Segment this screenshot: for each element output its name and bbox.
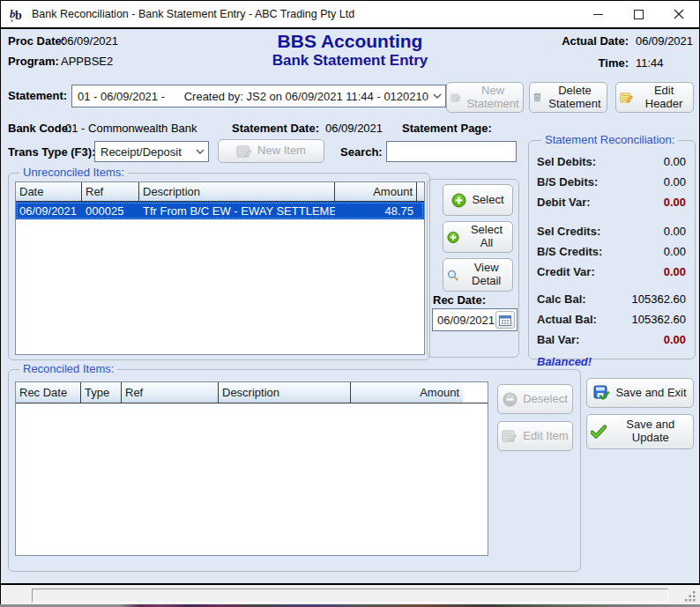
sel-debits-row: Sel Debits: 0.00 <box>529 152 695 172</box>
calc-bal-value: 105362.60 <box>632 292 686 306</box>
debit-var-label: Debit Var: <box>537 196 591 209</box>
rec-date-label: Rec Date: <box>433 293 486 307</box>
rec-date-field[interactable]: 06/09/2021 <box>432 308 518 331</box>
statement-reconciliation-title: Statement Reconciliation: <box>541 133 678 146</box>
column-header-filler <box>417 182 424 201</box>
sel-credits-row: Sel Credits: 0.00 <box>529 221 695 241</box>
select-button[interactable]: Select <box>443 184 513 216</box>
trans-type-combobox[interactable]: Receipt/Deposit <box>94 141 209 162</box>
calc-bal-row: Calc Bal: 105362.60 <box>529 289 695 309</box>
reconciled-items-title: Reconciled Items: <box>19 362 117 375</box>
actual-date-label: Actual Date: <box>530 34 629 48</box>
sel-debits-label: Sel Debits: <box>537 155 596 168</box>
unreconciled-items-title: Unreconciled Items: <box>19 166 128 179</box>
plus-circle-icon <box>447 231 459 244</box>
credit-var-row: Credit Var: 0.00 <box>529 262 695 282</box>
unreconciled-items-table: Date Ref Description Amount 06/09/2021 0… <box>15 181 425 355</box>
delete-statement-label: Delete Statement <box>547 85 603 110</box>
column-header-description[interactable]: Description <box>219 382 351 403</box>
new-statement-button[interactable]: New Statement <box>446 82 524 113</box>
credit-var-label: Credit Var: <box>537 265 595 278</box>
edit-header-label: Edit Header <box>638 85 689 110</box>
cell-ref: 000025 <box>82 204 139 218</box>
calendar-icon <box>499 315 511 326</box>
actual-bal-label: Actual Bal: <box>537 313 597 326</box>
actual-bal-row: Actual Bal: 105362.60 <box>529 309 695 329</box>
svg-text:b: b <box>15 9 22 22</box>
actual-date-value: 06/09/2021 <box>636 34 693 48</box>
bal-var-label: Bal Var: <box>537 333 579 346</box>
minimize-icon <box>593 14 603 15</box>
debit-var-value: 0.00 <box>664 196 686 209</box>
calendar-button[interactable] <box>495 311 515 329</box>
titlebar-separator <box>1 27 699 29</box>
column-header-amount[interactable]: Amount <box>335 182 417 201</box>
bs-debits-row: B/S Debits: 0.00 <box>529 172 695 192</box>
close-button[interactable] <box>659 1 699 27</box>
time-label: Time: <box>530 56 629 70</box>
deselect-label: Deselect <box>523 393 568 406</box>
statement-date-label: Statement Date: <box>232 122 319 135</box>
actual-bal-value: 105362.60 <box>632 313 686 326</box>
maximize-button[interactable] <box>618 1 659 27</box>
plus-circle-icon <box>451 193 466 208</box>
select-all-button[interactable]: Select All <box>443 221 513 253</box>
sel-credits-value: 0.00 <box>664 225 686 238</box>
view-detail-label: View Detail <box>464 262 509 287</box>
unreconciled-table-header: Date Ref Description Amount <box>16 182 424 202</box>
deselect-button[interactable]: Deselect <box>497 384 573 414</box>
new-item-button[interactable]: New Item <box>218 139 324 163</box>
trans-type-label: Trans Type (F3): <box>8 145 95 159</box>
application-window: b b s Bank Reconciliation - Bank Stateme… <box>0 0 700 607</box>
window-frame: b b s Bank Reconciliation - Bank Stateme… <box>0 0 700 604</box>
chevron-down-icon <box>429 93 445 99</box>
close-icon <box>674 9 684 19</box>
time-value: 11:44 <box>636 56 664 70</box>
sel-credits-label: Sel Credits: <box>537 225 600 238</box>
save-and-update-button[interactable]: Save and Update <box>586 414 694 449</box>
column-header-ref[interactable]: Ref <box>122 382 219 403</box>
rec-date-value: 06/09/2021 <box>433 314 495 327</box>
column-header-description[interactable]: Description <box>139 182 335 201</box>
search-input[interactable] <box>386 141 517 162</box>
bs-credits-value: 0.00 <box>664 245 686 258</box>
edit-header-button[interactable]: Edit Header <box>615 82 694 113</box>
resize-grip[interactable] <box>684 589 696 602</box>
delete-statement-button[interactable]: Delete Statement <box>529 82 607 113</box>
status-message-panel <box>32 588 668 603</box>
column-header-ref[interactable]: Ref <box>82 182 139 201</box>
reconciled-items-table: Rec Date Type Ref Description Amount <box>15 381 488 556</box>
trans-type-value: Receipt/Deposit <box>95 145 192 159</box>
statement-page-label: Statement Page: <box>402 122 492 135</box>
select-label: Select <box>472 194 503 207</box>
statement-label: Statement: <box>8 89 67 102</box>
column-header-amount[interactable]: Amount <box>351 382 463 403</box>
column-header-rec-date[interactable]: Rec Date <box>16 382 81 403</box>
maximize-icon <box>634 10 644 19</box>
title-bar: b b s Bank Reconciliation - Bank Stateme… <box>1 1 699 27</box>
edit-item-label: Edit Item <box>523 430 568 443</box>
cell-amount: 48.75 <box>335 204 417 218</box>
sel-debits-value: 0.00 <box>664 155 686 168</box>
credit-var-value: 0.00 <box>664 265 686 278</box>
save-and-exit-button[interactable]: Save and Exit <box>586 378 694 408</box>
column-header-date[interactable]: Date <box>16 182 82 201</box>
select-all-label: Select All <box>465 224 509 249</box>
edit-item-button[interactable]: Edit Item <box>497 421 573 451</box>
search-label: Search: <box>340 145 383 159</box>
calc-bal-label: Calc Bal: <box>537 292 586 306</box>
column-header-type[interactable]: Type <box>81 382 122 403</box>
bs-credits-row: B/S Credits: 0.00 <box>529 241 695 262</box>
minimize-button[interactable] <box>577 1 618 27</box>
trash-bin-icon <box>533 90 541 105</box>
statement-combobox[interactable]: 01 - 06/09/2021 - Created by: JS2 on 06/… <box>71 85 446 107</box>
status-bar <box>1 585 700 605</box>
table-row[interactable]: 06/09/2021 000025 Tfr From B/C EW - EWAY… <box>16 202 424 219</box>
save-exit-icon <box>593 385 610 401</box>
app-icon: b b s <box>9 6 25 22</box>
view-detail-button[interactable]: View Detail <box>443 258 513 292</box>
svg-text:s: s <box>11 17 13 23</box>
cell-description: Tfr From B/C EW - EWAY SETTLEME... <box>139 204 335 218</box>
bs-debits-value: 0.00 <box>664 175 686 189</box>
window-title: Bank Reconciliation - Bank Statement Ent… <box>32 8 354 20</box>
